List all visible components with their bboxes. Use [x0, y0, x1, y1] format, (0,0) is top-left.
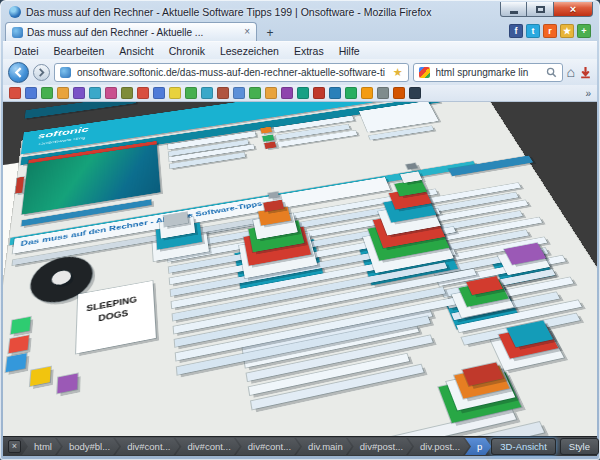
bookmark-icon[interactable] — [121, 87, 133, 99]
url-input[interactable] — [75, 66, 389, 79]
tab-favicon-icon — [12, 27, 23, 38]
tilt-3d-view[interactable]: softonicOnSoftware BlogDas muss auf den … — [3, 102, 597, 436]
devtools-bar: × htmlbody#bl...div#cont...div#cont...di… — [3, 436, 597, 456]
bookmark-icon[interactable] — [201, 87, 213, 99]
maximize-button[interactable] — [527, 2, 554, 17]
close-button[interactable]: × — [554, 2, 593, 17]
navigation-bar: ★ ⌂ — [3, 59, 597, 85]
dom-node-slab[interactable] — [264, 142, 276, 149]
dom-node-slab[interactable] — [260, 127, 272, 134]
star-addon-icon[interactable]: ★ — [560, 24, 574, 38]
download-arrow-icon[interactable] — [579, 66, 592, 79]
tab-active[interactable]: Das muss auf den Rechner - Aktuelle ... … — [5, 22, 257, 41]
bookmark-icon[interactable] — [153, 87, 165, 99]
breadcrumb-node[interactable]: div.post... — [408, 438, 469, 455]
bookmark-icon[interactable] — [89, 87, 101, 99]
minimize-button[interactable] — [500, 2, 527, 17]
dom-node-slab[interactable] — [30, 367, 51, 386]
menu-lesezeichen[interactable]: Lesezeichen — [213, 44, 286, 58]
dom-node-slab[interactable] — [9, 335, 29, 353]
bookmark-icon[interactable] — [25, 87, 37, 99]
bookmark-icon[interactable] — [41, 87, 53, 99]
view-3d-button[interactable]: 3D-Ansicht — [491, 438, 555, 455]
bookmark-icon[interactable] — [233, 87, 245, 99]
search-bar[interactable] — [413, 63, 563, 82]
menu-hilfe[interactable]: Hilfe — [332, 44, 367, 58]
magnifier-icon[interactable] — [546, 67, 557, 78]
dom-node-slab[interactable] — [406, 163, 417, 169]
bookmark-icon[interactable] — [313, 87, 325, 99]
style-button[interactable]: Style — [560, 438, 599, 455]
site-favicon-icon — [60, 67, 71, 78]
bookmark-icon[interactable] — [169, 87, 181, 99]
dom-node-slab[interactable] — [25, 102, 136, 119]
forward-button[interactable] — [33, 64, 50, 81]
url-bar[interactable]: ★ — [54, 63, 409, 82]
back-button[interactable] — [8, 62, 29, 83]
breadcrumb-node[interactable]: div#cont... — [115, 438, 179, 455]
menu-chronik[interactable]: Chronik — [162, 44, 212, 58]
maximize-icon — [536, 6, 545, 13]
page-3d-plane[interactable]: softonicOnSoftware BlogDas muss auf den … — [3, 102, 597, 436]
firefox-icon — [9, 6, 21, 18]
inspector-close-button[interactable]: × — [8, 440, 21, 453]
bookmark-icon[interactable] — [185, 87, 197, 99]
breadcrumb-node[interactable]: div#post... — [348, 438, 412, 455]
bookmark-icon[interactable] — [297, 87, 309, 99]
breadcrumb-node[interactable]: div.main — [296, 438, 352, 455]
dom-node-slab[interactable] — [57, 373, 77, 393]
close-icon: × — [570, 3, 576, 15]
bookmark-icon[interactable] — [281, 87, 293, 99]
twitter-addon-icon[interactable]: t — [526, 24, 540, 38]
bookmark-icon[interactable] — [57, 87, 69, 99]
tab-strip: Das muss auf den Rechner - Aktuelle ... … — [3, 20, 597, 41]
bookmark-icon[interactable] — [105, 87, 117, 99]
bookmark-icon[interactable] — [265, 87, 277, 99]
bookmarks-overflow-chevron[interactable]: » — [585, 88, 591, 99]
dom-node-slab[interactable] — [11, 317, 31, 334]
dom-node-slab[interactable] — [15, 177, 24, 194]
menu-extras[interactable]: Extras — [287, 44, 331, 58]
dom-node-slab[interactable] — [448, 156, 533, 176]
bookmark-star-icon[interactable]: ★ — [393, 67, 403, 78]
tab-close-icon[interactable]: × — [244, 27, 250, 37]
window-title: Das muss auf den Rechner - Aktuelle Soft… — [26, 6, 495, 18]
home-button[interactable]: ⌂ — [567, 65, 575, 79]
search-input[interactable] — [434, 66, 542, 79]
new-tab-button[interactable]: + — [260, 25, 280, 41]
bookmark-icon[interactable] — [217, 87, 229, 99]
bookmark-icon[interactable] — [73, 87, 85, 99]
bookmark-icon[interactable] — [361, 87, 373, 99]
dom-node-slab[interactable] — [39, 409, 516, 436]
titlebar[interactable]: Das muss auf den Rechner - Aktuelle Soft… — [3, 0, 597, 20]
bookmark-icon[interactable] — [377, 87, 389, 99]
breadcrumb-node[interactable]: div#cont... — [236, 438, 300, 455]
back-arrow-icon — [13, 67, 24, 78]
dom-node-slab[interactable] — [6, 353, 27, 372]
breadcrumb: htmlbody#bl...div#cont...div#cont...div#… — [26, 438, 491, 455]
tab-label: Das muss auf den Rechner - Aktuelle ... — [27, 27, 240, 38]
menu-bearbeiten[interactable]: Bearbeiten — [47, 44, 112, 58]
green-addon-icon[interactable]: + — [577, 24, 591, 38]
devtools-buttons: 3D-Ansicht Style — [491, 438, 599, 455]
rss-addon-icon[interactable]: r — [543, 24, 557, 38]
menu-ansicht[interactable]: Ansicht — [112, 44, 160, 58]
search-engine-icon[interactable] — [419, 67, 430, 78]
minimize-icon — [510, 11, 518, 14]
bookmark-icon[interactable] — [249, 87, 261, 99]
bookmark-icon[interactable] — [393, 87, 405, 99]
addon-icon-strip: ftr★+ — [509, 24, 595, 41]
menu-datei[interactable]: Datei — [7, 44, 46, 58]
menubar: DateiBearbeitenAnsichtChronikLesezeichen… — [3, 41, 597, 59]
bookmarks-bar: » — [3, 85, 597, 102]
facebook-addon-icon[interactable]: f — [509, 24, 523, 38]
breadcrumb-node[interactable]: div#cont... — [175, 438, 239, 455]
bookmark-icon[interactable] — [409, 87, 421, 99]
bookmark-icon[interactable] — [9, 87, 21, 99]
breadcrumb-node[interactable]: html — [22, 438, 61, 455]
dom-node-slab[interactable] — [262, 135, 274, 142]
bookmark-icon[interactable] — [137, 87, 149, 99]
breadcrumb-node[interactable]: body#bl... — [57, 438, 119, 455]
bookmark-icon[interactable] — [345, 87, 357, 99]
bookmark-icon[interactable] — [329, 87, 341, 99]
